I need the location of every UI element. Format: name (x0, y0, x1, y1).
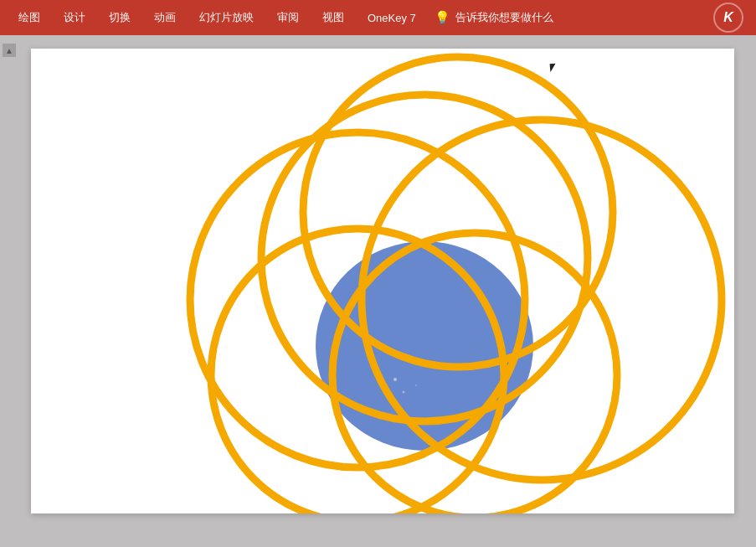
slide-area (18, 42, 756, 547)
menu-animation[interactable]: 动画 (142, 0, 188, 35)
menu-transition[interactable]: 切换 (97, 0, 142, 35)
main-area: ▲ (0, 35, 756, 547)
slide-canvas[interactable] (31, 49, 734, 513)
slide-svg (31, 49, 734, 513)
menubar: 绘图 设计 切换 动画 幻灯片放映 审阅 视图 OneKey 7 💡 告诉我你想… (0, 0, 756, 35)
logo-area: K (707, 0, 749, 35)
menu-draw[interactable]: 绘图 (7, 0, 52, 35)
svg-point-9 (415, 384, 417, 386)
menu-design[interactable]: 设计 (52, 0, 97, 35)
lightbulb-icon: 💡 (435, 10, 450, 25)
svg-point-7 (393, 378, 397, 381)
menu-view[interactable]: 视图 (311, 0, 356, 35)
menu-review[interactable]: 审阅 (265, 0, 311, 35)
sidebar: ▲ (0, 42, 18, 547)
menu-onekey[interactable]: OneKey 7 (356, 0, 428, 35)
svg-point-8 (402, 391, 404, 394)
search-area[interactable]: 💡 告诉我你想要做什么 (435, 10, 553, 25)
logo-icon: K (713, 3, 743, 33)
menu-slideshow[interactable]: 幻灯片放映 (188, 0, 265, 35)
scroll-up-button[interactable]: ▲ (3, 44, 16, 57)
search-label: 告诉我你想要做什么 (455, 10, 553, 25)
